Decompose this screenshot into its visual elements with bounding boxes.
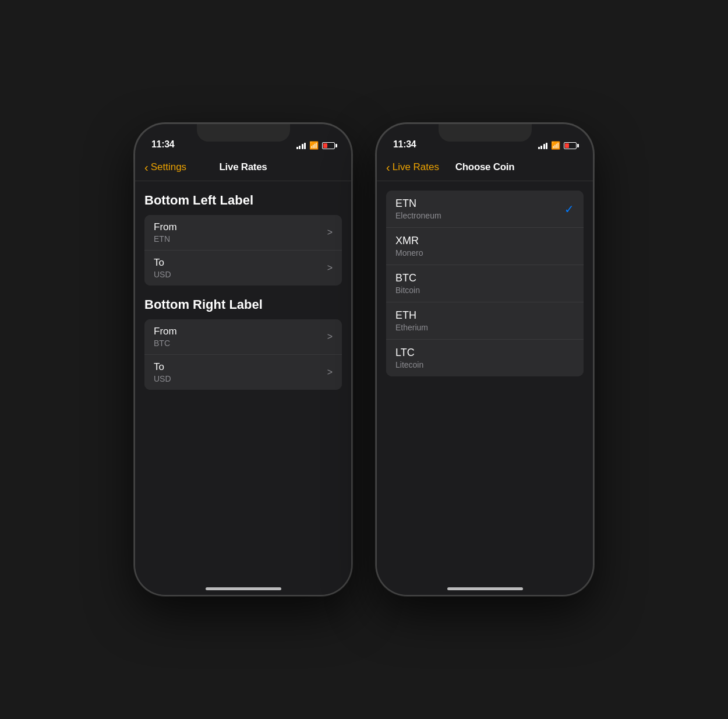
- row-sub-to-1: USD: [154, 270, 171, 279]
- nav-bar-2: ‹ Live Rates Choose Coin: [377, 153, 593, 181]
- chevron-from-1: >: [327, 227, 333, 238]
- screen-content-2: ETN Electroneum ✓ XMR Monero BTC: [377, 181, 593, 595]
- home-indicator-1: [206, 587, 281, 590]
- phone-1-frame: 11:34 📶 ‹ S: [134, 123, 352, 596]
- row-label-from-1: From: [154, 221, 177, 233]
- table-row-to-2[interactable]: To USD >: [144, 355, 342, 390]
- status-icons-1: 📶: [296, 141, 335, 150]
- table-row-from-1[interactable]: From ETN >: [144, 215, 342, 251]
- signal-icon-2: [538, 142, 548, 149]
- status-icons-2: 📶: [538, 141, 577, 150]
- coin-symbol-eth: ETH: [395, 309, 428, 322]
- nav-title-1: Live Rates: [219, 161, 267, 173]
- section-title-bottom-left: Bottom Left Label: [135, 181, 351, 215]
- nav-title-2: Choose Coin: [455, 161, 515, 173]
- chevron-from-2: >: [327, 332, 333, 342]
- row-sub-from-2: BTC: [154, 339, 177, 348]
- phone-1-screen: 11:34 📶 ‹ S: [135, 124, 351, 595]
- chevron-to-2: >: [327, 367, 333, 378]
- coin-item-xmr[interactable]: XMR Monero: [386, 228, 584, 265]
- signal-icon-1: [296, 142, 306, 149]
- coin-item-eth[interactable]: ETH Etherium: [386, 302, 584, 340]
- status-time-1: 11:34: [151, 139, 174, 150]
- back-button-1[interactable]: ‹ Settings: [144, 161, 186, 173]
- phone-1: 11:34 📶 ‹ S: [134, 123, 352, 596]
- row-label-to-1: To: [154, 257, 171, 269]
- coin-name-eth: Etherium: [395, 323, 428, 332]
- checkmark-etn: ✓: [564, 202, 574, 216]
- wifi-icon-2: 📶: [551, 141, 560, 150]
- coin-name-ltc: Litecoin: [395, 360, 423, 369]
- phone-2: 11:34 📶 ‹ L: [376, 123, 594, 596]
- phone-2-screen: 11:34 📶 ‹ L: [377, 124, 593, 595]
- back-button-2[interactable]: ‹ Live Rates: [386, 161, 439, 173]
- row-sub-from-1: ETN: [154, 234, 177, 244]
- phone-2-frame: 11:34 📶 ‹ L: [376, 123, 594, 596]
- table-row-to-1[interactable]: To USD >: [144, 251, 342, 286]
- notch-1: [197, 124, 290, 142]
- battery-icon-2: [564, 142, 577, 149]
- coin-list: ETN Electroneum ✓ XMR Monero BTC: [386, 191, 584, 376]
- coin-symbol-ltc: LTC: [395, 347, 423, 359]
- row-label-to-2: To: [154, 361, 171, 373]
- table-row-from-2[interactable]: From BTC >: [144, 319, 342, 355]
- coin-symbol-etn: ETN: [395, 198, 441, 210]
- coin-item-ltc[interactable]: LTC Litecoin: [386, 340, 584, 376]
- table-group-bottom-right: From BTC > To USD >: [144, 319, 342, 390]
- coin-name-etn: Electroneum: [395, 211, 441, 220]
- row-sub-to-2: USD: [154, 374, 171, 383]
- back-chevron-2: ‹: [386, 161, 390, 173]
- home-indicator-2: [447, 587, 523, 590]
- coin-symbol-btc: BTC: [395, 272, 420, 284]
- coin-item-etn[interactable]: ETN Electroneum ✓: [386, 191, 584, 228]
- notch-2: [439, 124, 532, 142]
- coin-item-btc[interactable]: BTC Bitcoin: [386, 265, 584, 302]
- coin-name-xmr: Monero: [395, 248, 423, 258]
- back-chevron-1: ‹: [144, 161, 149, 173]
- battery-icon-1: [322, 142, 335, 149]
- wifi-icon-1: 📶: [309, 141, 319, 150]
- section-title-bottom-right: Bottom Right Label: [135, 286, 351, 319]
- table-group-bottom-left: From ETN > To USD >: [144, 215, 342, 286]
- nav-bar-1: ‹ Settings Live Rates: [135, 153, 351, 181]
- coin-symbol-xmr: XMR: [395, 235, 423, 247]
- row-label-from-2: From: [154, 326, 177, 337]
- coin-name-btc: Bitcoin: [395, 286, 420, 295]
- status-time-2: 11:34: [393, 139, 416, 150]
- back-label-1: Settings: [151, 161, 186, 173]
- back-label-2: Live Rates: [393, 161, 439, 173]
- screen-content-1: Bottom Left Label From ETN > To USD: [135, 181, 351, 595]
- chevron-to-1: >: [327, 263, 333, 273]
